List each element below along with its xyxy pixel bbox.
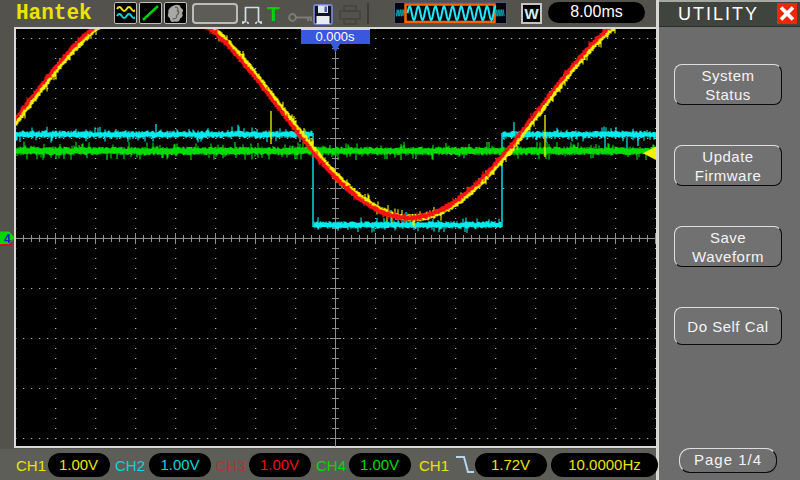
svg-text:4: 4 (4, 232, 11, 246)
